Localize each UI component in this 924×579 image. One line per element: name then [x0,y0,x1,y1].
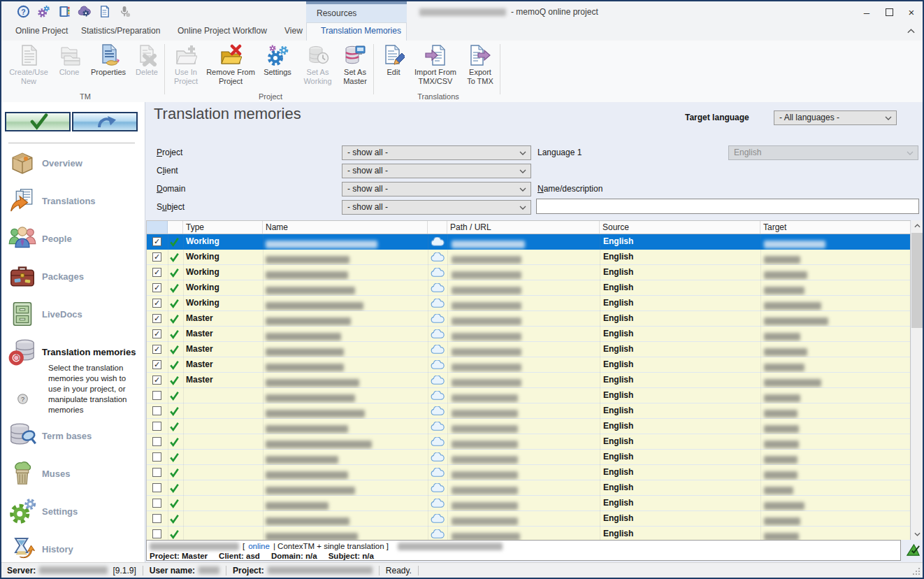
column-header-col0[interactable] [147,221,168,234]
sidebar-item-people[interactable]: People [8,223,72,254]
document-icon[interactable] [98,5,111,18]
column-header-target[interactable]: Target [760,221,911,234]
tm-table-row[interactable]: English [147,434,910,450]
sidebar-item-history[interactable]: History [8,534,73,564]
scroll-up-arrow[interactable] [911,220,923,231]
tm-table-row[interactable]: English [147,527,910,540]
sidebar-item-settings[interactable]: Settings [8,496,78,527]
tm-table-row[interactable]: English [147,388,910,403]
ribbon-button-properties[interactable]: Properties [88,43,129,96]
row-checkbox[interactable]: ✓ [152,299,161,308]
tm-table-row[interactable]: ✓WorkingEnglish [147,296,910,311]
client-filter-select[interactable]: - show all - [342,164,531,178]
ribbon-button-use-in-project[interactable]: Use In Project [168,43,204,96]
navigate-button[interactable] [72,112,138,131]
domain-filter-select[interactable]: - show all - [342,182,531,196]
row-checkbox[interactable] [152,391,161,400]
ribbon-button-clone[interactable]: Clone [52,43,87,96]
cloud-settings-icon[interactable] [78,5,91,18]
collapse-ribbon-icon[interactable] [907,28,916,34]
vertical-scrollbar[interactable] [911,220,923,540]
row-checkbox[interactable]: ✓ [152,252,161,262]
row-checkbox[interactable]: ✓ [152,345,161,354]
row-checkbox[interactable] [152,422,161,431]
cloud-icon [431,345,445,354]
address-book-icon[interactable] [57,5,71,18]
scroll-down-arrow[interactable] [911,529,923,540]
ribbon-button-create-use-new[interactable]: Create/Use New [7,43,50,96]
tm-table-row[interactable]: ✓MasterEnglish [147,311,910,327]
row-checkbox[interactable] [152,499,161,508]
scrollbar-thumb[interactable] [911,233,923,328]
name-description-input[interactable] [536,199,919,214]
sidebar-item-term-bases[interactable]: Term bases [8,420,92,451]
column-header-type[interactable]: Type [183,221,263,234]
target-language-select[interactable]: - All languages - [774,110,897,125]
tm-table-row[interactable]: ✓MasterEnglish [147,327,910,342]
automation-gears-icon[interactable] [37,5,50,18]
row-checkbox[interactable]: ✓ [152,268,161,277]
close-button[interactable]: × [900,1,923,22]
ribbon-button-delete[interactable]: Delete [130,43,164,96]
tab-view[interactable]: View [284,22,303,41]
row-checkbox[interactable] [152,406,161,415]
row-checkbox[interactable] [152,529,161,538]
maximize-button[interactable] [878,1,900,22]
row-checkbox[interactable]: ✓ [152,329,161,338]
tm-table-row[interactable]: English [147,480,910,496]
ribbon-button-edit[interactable]: Edit [377,43,410,96]
row-checkbox[interactable] [152,452,161,462]
row-checkbox[interactable]: ✓ [152,314,161,323]
column-header-source[interactable]: Source [600,221,760,234]
import-tmx-icon [424,44,447,66]
tm-table-row[interactable]: English [147,403,910,419]
tm-table-row[interactable]: ✓MasterEnglish [147,342,910,357]
sidebar-item-translations[interactable]: Translations [8,185,96,216]
row-checkbox[interactable]: ✓ [152,360,161,369]
column-header-name[interactable]: Name [263,221,428,234]
minimize-button[interactable]: – [856,1,878,22]
row-checkbox[interactable] [152,468,161,477]
tm-table-row[interactable]: English [147,511,910,527]
subject-filter-select[interactable]: - show all - [342,200,531,215]
tab-translation-memories[interactable]: Translation Memories [321,22,401,41]
column-header-col1[interactable] [168,221,183,234]
tm-table-row[interactable]: ✓WorkingEnglish [147,280,910,296]
tm-table-row[interactable]: ✓WorkingEnglish [147,250,910,265]
tab-online-project[interactable]: Online Project [15,22,68,41]
row-checkbox[interactable]: ✓ [152,283,161,292]
tm-table-row[interactable]: ✓WorkingEnglish [147,234,910,250]
project-filter-select[interactable]: - show all - [342,145,531,160]
ribbon-button-export-to-tmx[interactable]: Export To TMX [461,43,499,96]
confirm-button[interactable] [5,112,71,131]
row-checkbox[interactable] [152,437,161,446]
sidebar-item-overview[interactable]: Overview [8,148,82,178]
ribbon-button-set-as-master[interactable]: Set As Master [338,43,373,96]
tab-statistics-preparation[interactable]: Statistics/Preparation [81,22,160,41]
sidebar-item-muses[interactable]: Muses [8,458,70,489]
row-checkbox[interactable]: ✓ [152,237,161,246]
tm-table-row[interactable]: ✓MasterEnglish [147,373,910,388]
sidebar-item-packages[interactable]: Packages [8,261,84,292]
tm-table-row[interactable]: English [147,496,910,511]
tab-online-project-workflow[interactable]: Online Project Workflow [178,22,267,41]
help-icon[interactable]: ? [17,5,30,18]
memoq-filter-flag-icon[interactable] [905,542,921,558]
column-header-path-url[interactable]: Path / URL [447,221,600,234]
help-question-icon[interactable]: ? [17,393,29,405]
row-checkbox[interactable]: ✓ [152,376,161,385]
column-header-col4[interactable] [428,221,447,234]
sidebar-item-livedocs[interactable]: LiveDocs [8,299,82,329]
tm-table-row[interactable]: English [147,419,910,434]
tm-table-row[interactable]: ✓WorkingEnglish [147,265,910,280]
ribbon-button-import-from-tmx-csv[interactable]: Import From TMX/CSV [411,43,460,96]
ribbon-button-settings[interactable]: Settings [257,43,298,96]
tm-table-row[interactable]: ✓MasterEnglish [147,357,910,373]
ribbon-button-remove-from-project[interactable]: Remove From Project [205,43,256,96]
tm-table-row[interactable]: English [147,450,910,465]
tm-table-row[interactable]: English [147,465,910,480]
resize-grip[interactable] [912,567,921,576]
row-checkbox[interactable] [152,514,161,523]
ribbon-button-set-as-working[interactable]: Set As Working [299,43,336,96]
row-checkbox[interactable] [152,483,161,492]
